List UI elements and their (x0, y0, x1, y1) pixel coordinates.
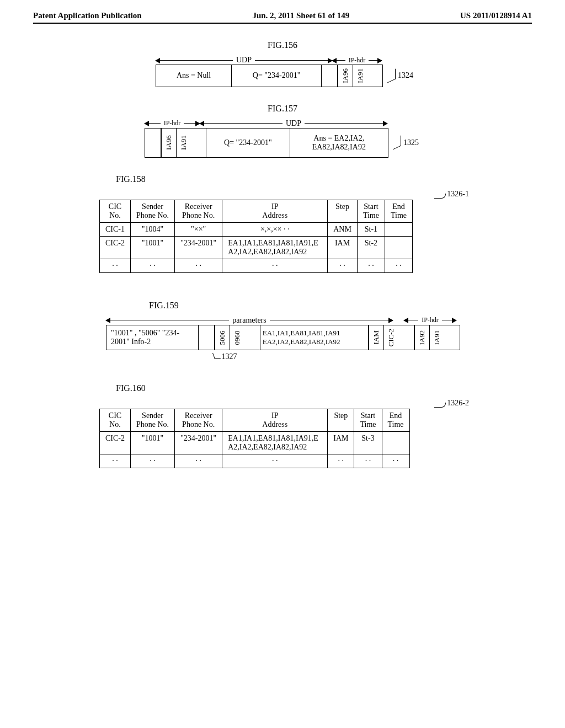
fig157-addr1: IA96 (161, 129, 176, 157)
fig157-span-iphdr: IP-hdr (161, 119, 184, 127)
table-cell: · · (175, 454, 222, 468)
fig159-addresses: EA1,IA1,EA81,IA81,IA91 EA2,IA2,EA82,IA82… (260, 325, 369, 350)
table-cell: "234-2001" (175, 236, 222, 259)
fig157-ans: Ans = EA2,IA2, EA82,IA82,IA92 (290, 129, 388, 157)
fig156-addr2: IA91 (353, 65, 367, 87)
table-cell: St-1 (357, 222, 385, 236)
fig159-span-params: parameters (229, 316, 269, 325)
table-header: ReceiverPhone No. (175, 409, 222, 432)
header-right: US 2011/0128914 A1 (460, 11, 532, 20)
header-center: Jun. 2, 2011 Sheet 61 of 149 (252, 11, 349, 20)
table-cell: · · (385, 259, 412, 272)
fig158-title: FIG.158 (116, 174, 486, 184)
gap (398, 325, 414, 350)
table-header: ReceiverPhone No. (175, 200, 222, 222)
table-header: StartTime (357, 200, 385, 222)
figure-160: FIG.160 1326-2 CICNo.SenderPhone No.Rece… (99, 383, 486, 468)
fig160-table: CICNo.SenderPhone No.ReceiverPhone No.IP… (99, 409, 410, 468)
table-header: StartTime (354, 409, 382, 432)
table-header: EndTime (385, 200, 412, 222)
header-left: Patent Application Publication (33, 11, 142, 20)
table-row: CIC-2"1001""234-2001"EA1,IA1,EA81,IA81,I… (100, 432, 410, 454)
table-cell: · · (222, 454, 328, 468)
table-cell: · · (222, 259, 328, 272)
gap (322, 65, 337, 87)
table-cell: CIC-2 (100, 236, 131, 259)
table-cell: ×,×,×× · · (222, 222, 328, 236)
page-header: Patent Application Publication Jun. 2, 2… (33, 11, 532, 24)
figure-159: FIG.159 parameters IP-hdr "1001" , "5006… (33, 301, 532, 362)
figure-157: FIG.157 IP-hdr UDP IA96 IA91 (33, 104, 532, 158)
fig157-title: FIG.157 (268, 104, 297, 114)
fig159-port2: 0960 (230, 325, 244, 350)
fig159-cic: CIC-2 (383, 325, 398, 350)
fig156-title: FIG.156 (268, 40, 297, 50)
table-cell: · · (100, 259, 131, 272)
table-header: Step (328, 200, 358, 222)
table-cell: EA1,IA1,EA81,IA81,IA91,EA2,IA2,EA82,IA82… (222, 432, 328, 454)
table-row: CIC-2"1001""234-2001"EA1,IA1,EA81,IA81,I… (100, 236, 413, 259)
table-cell: "234-2001" (175, 432, 222, 454)
fig156-ans: Ans = Null (156, 65, 232, 87)
table-header: SenderPhone No. (131, 409, 175, 432)
table-cell: EA1,IA1,EA81,IA81,IA91,EA2,IA2,EA82,IA82… (222, 236, 328, 259)
fig156-span-udp: UDP (233, 56, 255, 65)
table-cell: · · (175, 259, 222, 272)
gap (191, 129, 207, 157)
table-cell: · · (131, 259, 175, 272)
table-cell: · · (357, 259, 385, 272)
fig156-ref: 1324 (386, 71, 413, 80)
table-header: SenderPhone No. (131, 200, 175, 222)
fig157-ref: 1325 (392, 138, 419, 147)
fig156-span-iphdr: IP-hdr (345, 56, 369, 65)
fig159-title: FIG.159 (149, 301, 179, 311)
fig158-ref: 1326-1 (99, 190, 469, 199)
fig157-span-udp: UDP (282, 119, 305, 128)
table-cell: "1001" (131, 236, 175, 259)
table-cell: · · (100, 454, 131, 468)
table-cell (385, 222, 412, 236)
fig158-table: CICNo.SenderPhone No.ReceiverPhone No.IP… (99, 200, 413, 273)
table-cell: CIC-2 (100, 432, 131, 454)
table-cell: · · (382, 454, 409, 468)
table-row: CIC-1"1004""××"×,×,×× · ·ANMSt-1 (100, 222, 413, 236)
figure-158: FIG.158 1326-1 CICNo.SenderPhone No.Rece… (99, 174, 486, 273)
table-cell: "1004" (131, 222, 175, 236)
table-row: · ·· ·· ·· ·· ·· ·· · (100, 454, 410, 468)
gap (145, 129, 161, 157)
figure-156: FIG.156 UDP IP-hdr Ans = Null Q= "234-20… (33, 40, 532, 87)
table-cell (385, 236, 412, 259)
table-cell: IAM (328, 236, 358, 259)
fig156-q: Q= "234-2001" (232, 65, 322, 87)
table-header: CICNo. (100, 409, 131, 432)
fig160-ref: 1326-2 (99, 399, 469, 408)
gap (244, 325, 260, 350)
table-cell: St-2 (357, 236, 385, 259)
fig159-iam: IAM (369, 325, 383, 350)
table-cell: "1001" (131, 432, 175, 454)
fig157-q: Q= "234-2001" (206, 129, 290, 157)
fig160-title: FIG.160 (116, 383, 486, 393)
table-cell: · · (354, 454, 382, 468)
table-cell: IAM (328, 432, 354, 454)
table-row: · ·· ·· ·· ·· ·· ·· · (100, 259, 413, 272)
table-header: Step (328, 409, 354, 432)
table-cell: "××" (175, 222, 222, 236)
table-header: EndTime (382, 409, 409, 432)
table-header: IPAddress (222, 200, 328, 222)
fig159-addr2: IA91 (429, 325, 444, 350)
fig159-info: "1001" , "5006" "234-2001" Info-2 (106, 325, 199, 350)
table-cell: CIC-1 (100, 222, 131, 236)
table-cell: ANM (328, 222, 358, 236)
fig157-addr2: IA91 (176, 129, 191, 157)
table-cell (382, 432, 409, 454)
table-header: CICNo. (100, 200, 131, 222)
table-cell: · · (131, 454, 175, 468)
gap (367, 65, 382, 87)
table-cell: St-3 (354, 432, 382, 454)
table-cell: · · (328, 259, 358, 272)
table-cell: · · (328, 454, 354, 468)
fig159-port1: 5006 (215, 325, 230, 350)
table-header: IPAddress (222, 409, 328, 432)
gap (444, 325, 460, 350)
